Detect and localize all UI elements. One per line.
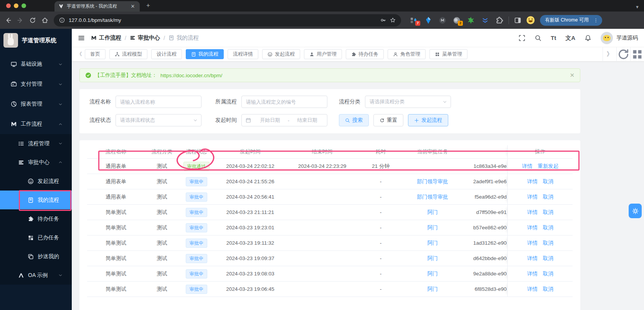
cancel-link[interactable]: 取消 (543, 255, 553, 261)
current-task-link[interactable]: 阿门 (428, 225, 438, 230)
ext-icon-kite[interactable] (424, 17, 432, 24)
tab-initiate-process[interactable]: 发起流程 (262, 49, 300, 59)
tab-process-detail[interactable]: 流程详情 (228, 49, 258, 59)
tabs-scroll-left-icon[interactable]: 《 (74, 51, 85, 58)
password-key-icon[interactable] (380, 17, 386, 23)
sidebar-item-report[interactable]: 报表管理 (0, 94, 72, 114)
current-task-link[interactable]: 部门领导审批 (417, 194, 448, 200)
sidebar-item-payment[interactable]: 支付管理 (0, 74, 72, 94)
cancel-link[interactable]: 取消 (543, 225, 553, 230)
detail-link[interactable]: 详情 (522, 163, 532, 169)
create-process-button[interactable]: 发起流程 (408, 114, 448, 126)
window-close-button[interactable] (6, 3, 11, 8)
fullscreen-icon[interactable] (519, 35, 525, 41)
current-task-link[interactable]: 阿门 (428, 286, 438, 292)
banner-close-icon[interactable]: ✕ (570, 72, 575, 79)
sidebar-item-my-process[interactable]: 我的流程 (0, 191, 72, 209)
sidebar-item-process-mgmt[interactable]: 流程管理 (0, 134, 72, 153)
cancel-link[interactable]: 取消 (543, 271, 553, 277)
profile-avatar-emoji[interactable] (527, 16, 535, 24)
restart-link[interactable]: 重新发起 (538, 163, 558, 169)
extensions-puzzle-icon[interactable] (495, 17, 503, 24)
date-range-picker[interactable]: 开始日期 - 结束日期 (241, 114, 327, 126)
cancel-link[interactable]: 取消 (543, 179, 553, 184)
process-definition-input[interactable] (241, 96, 327, 108)
sidebar-item-infrastructure[interactable]: 基础设施 (0, 54, 72, 74)
sidebar-item-oa-example[interactable]: OA 示例 (0, 266, 72, 285)
notification-bell-icon[interactable] (585, 35, 591, 41)
tab-role-mgmt[interactable]: 角色管理 (388, 49, 426, 59)
font-size-icon[interactable]: Tt (551, 35, 556, 41)
forward-icon[interactable] (17, 17, 24, 24)
current-task-link[interactable]: 阿门 (428, 271, 438, 277)
user-menu[interactable]: 芋道源码 (601, 32, 638, 44)
sidebar-item-approval-center[interactable]: 审批中心 (0, 153, 72, 172)
sidebar-item-done-task[interactable]: 已办任务 (0, 228, 72, 247)
tab-list-chevron-icon[interactable]: ▼ (635, 5, 639, 9)
app-logo[interactable]: 芋道管理系统 (0, 29, 72, 52)
sidebar-item-todo-task[interactable]: 待办任务 (0, 209, 72, 228)
browser-menu-kebab-icon[interactable]: ⋮ (592, 18, 600, 23)
banner-doc-link[interactable]: https://doc.iocoder.cn/bpm/ (160, 73, 222, 78)
detail-link[interactable]: 详情 (527, 271, 538, 277)
detail-link[interactable]: 详情 (527, 179, 538, 184)
translate-icon[interactable]: 文A (565, 35, 575, 41)
sidebar-item-workflow[interactable]: 工作流程 (0, 114, 72, 134)
tab-home[interactable]: 首页 (85, 49, 106, 59)
cancel-link[interactable]: 取消 (543, 240, 553, 246)
collapse-menu-icon[interactable] (78, 35, 85, 41)
process-category-select[interactable]: 请选择流程分类 (365, 96, 451, 108)
current-task-link[interactable]: 部门领导审批 (417, 179, 448, 184)
current-task-link[interactable]: 阿门 (428, 255, 438, 261)
bookmark-star-icon[interactable] (390, 17, 396, 23)
process-status-select[interactable]: 请选择流程状态 (116, 114, 201, 126)
cancel-link[interactable]: 取消 (543, 209, 553, 215)
cancel-link[interactable]: 取消 (543, 286, 553, 292)
ext-icon-dark-circle[interactable] (439, 17, 446, 24)
tabs-menu-grid-icon[interactable] (630, 47, 644, 61)
detail-link[interactable]: 详情 (527, 255, 538, 261)
current-task-link[interactable]: 阿门 (428, 209, 438, 215)
theme-settings-fab[interactable] (629, 204, 642, 218)
tab-menu-mgmt[interactable]: 菜单管理 (429, 49, 467, 59)
tab-process-model[interactable]: 流程模型 (109, 49, 147, 59)
back-icon[interactable] (5, 17, 12, 24)
detail-link[interactable]: 详情 (527, 209, 538, 215)
breadcrumb-item[interactable]: 工作流程 (91, 34, 121, 41)
home-icon[interactable] (41, 17, 48, 24)
search-button[interactable]: 搜索 (339, 114, 369, 126)
process-name-input[interactable] (116, 96, 201, 108)
new-tab-button[interactable]: ＋ (145, 2, 151, 10)
search-icon[interactable] (535, 35, 542, 41)
sidebar-item-initiate-process[interactable]: 发起流程 (0, 172, 72, 191)
chrome-update-button[interactable]: 有新版 Chrome 可用 ⋮ (540, 15, 602, 26)
ext-icon-green-star[interactable] (467, 17, 475, 24)
tabs-refresh-icon[interactable] (616, 47, 630, 61)
sidebar-item-cc-to-me[interactable]: 抄送我的 (0, 247, 72, 266)
tab-todo-task[interactable]: 待办任务 (346, 49, 384, 59)
site-info-icon[interactable] (59, 17, 65, 23)
reload-icon[interactable] (29, 17, 36, 24)
breadcrumb-item[interactable]: 我的流程 (168, 34, 199, 41)
browser-tab[interactable]: 芋道管理系统 - 我的流程 ✕ (54, 1, 140, 12)
tab-close-icon[interactable]: ✕ (130, 3, 136, 9)
reset-button[interactable]: 重置 (373, 114, 403, 126)
ext-icon-tampermonkey[interactable]: 7 (410, 17, 418, 24)
address-bar[interactable]: 127.0.0.1/bpm/task/my (54, 14, 401, 27)
current-task-link[interactable]: 阿门 (428, 240, 438, 246)
tabs-scroll-right-icon[interactable]: 》 (603, 47, 616, 61)
tab-user-mgmt[interactable]: 用户管理 (304, 49, 342, 59)
ext-icon-session[interactable]: 2 (453, 17, 461, 24)
window-minimize-button[interactable] (14, 3, 18, 8)
tab-design-process[interactable]: 设计流程 (151, 49, 182, 59)
url-text[interactable]: 127.0.0.1/bpm/task/my (69, 17, 121, 23)
detail-link[interactable]: 详情 (527, 194, 538, 200)
ext-icon-double-chevron[interactable] (481, 17, 489, 24)
cancel-link[interactable]: 取消 (543, 194, 553, 200)
breadcrumb-item[interactable]: 审批中心 (130, 34, 160, 41)
detail-link[interactable]: 详情 (527, 225, 538, 230)
detail-link[interactable]: 详情 (527, 240, 538, 246)
side-panel-icon[interactable] (514, 17, 521, 24)
detail-link[interactable]: 详情 (527, 286, 538, 292)
window-zoom-button[interactable] (21, 3, 26, 8)
